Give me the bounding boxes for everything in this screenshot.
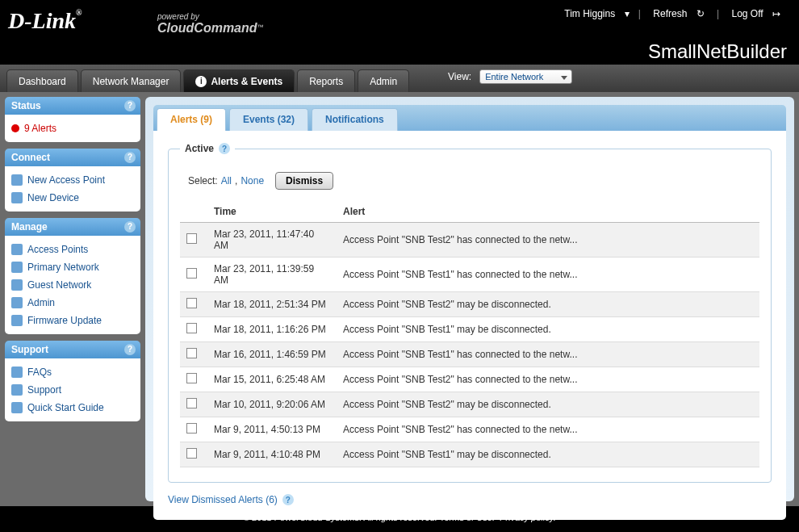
select-none-link[interactable]: None xyxy=(241,175,264,186)
help-icon[interactable]: ? xyxy=(124,344,136,355)
status-title: Status xyxy=(11,100,41,111)
view-dismissed-link[interactable]: View Dismissed Alerts (6) ? xyxy=(168,494,294,505)
table-row[interactable]: Mar 9, 2011, 4:50:13 PMAccess Point "SNB… xyxy=(180,417,759,442)
logoff-icon: ↦ xyxy=(772,8,780,19)
select-label: Select: xyxy=(188,175,218,186)
table-row[interactable]: Mar 16, 2011, 1:46:59 PMAccess Point "SN… xyxy=(180,342,759,367)
table-row[interactable]: Mar 18, 2011, 2:51:34 PMAccess Point "SN… xyxy=(180,292,759,317)
col-alert: Alert xyxy=(337,201,759,223)
user-bar: Tim Higgins ▾ | Refresh ↻ | Log Off ↦ xyxy=(561,8,787,19)
col-time: Time xyxy=(207,201,337,223)
alerts-table: Time Alert Mar 23, 2011, 11:47:40 AMAcce… xyxy=(180,201,759,467)
status-panel: Status? 9 Alerts xyxy=(5,97,140,142)
help-icon[interactable]: ? xyxy=(124,152,136,163)
refresh-icon: ↻ xyxy=(697,8,705,19)
row-alert: Access Point "SNB Test1" has connected t… xyxy=(337,258,759,292)
row-checkbox[interactable] xyxy=(186,233,197,244)
nav-tab-reports[interactable]: Reports xyxy=(297,69,355,92)
refresh-link[interactable]: Refresh ↻ xyxy=(650,8,707,19)
table-row[interactable]: Mar 9, 2011, 4:10:48 PMAccess Point "SNB… xyxy=(180,442,759,467)
row-time: Mar 16, 2011, 1:46:59 PM xyxy=(207,342,337,367)
row-checkbox[interactable] xyxy=(186,398,197,408)
table-row[interactable]: Mar 23, 2011, 11:39:59 AMAccess Point "S… xyxy=(180,258,759,292)
network-icon xyxy=(11,262,23,273)
nav-tab-admin[interactable]: Admin xyxy=(358,69,409,92)
manage-panel: Manage? Access Points Primary Network Gu… xyxy=(5,218,140,334)
info-icon: i xyxy=(195,76,207,87)
sidebar-new-device[interactable]: New Device xyxy=(8,189,137,207)
row-alert: Access Point "SNB Test2" may be disconne… xyxy=(337,292,759,317)
nav-tab-dashboard[interactable]: Dashboard xyxy=(6,69,78,92)
row-checkbox[interactable] xyxy=(186,298,197,308)
table-row[interactable]: Mar 23, 2011, 11:47:40 AMAccess Point "S… xyxy=(180,223,759,258)
sidebar-firmware-update[interactable]: Firmware Update xyxy=(8,312,137,329)
manage-title: Manage xyxy=(11,221,48,232)
help-icon[interactable]: ? xyxy=(124,221,136,232)
logoff-link[interactable]: Log Off ↦ xyxy=(729,8,784,19)
row-alert: Access Point "SNB Test2" has connected t… xyxy=(337,223,759,258)
tab-events[interactable]: Events (32) xyxy=(229,108,308,131)
sidebar-primary-network[interactable]: Primary Network xyxy=(8,258,137,276)
table-row[interactable]: Mar 18, 2011, 1:16:26 PMAccess Point "SN… xyxy=(180,317,759,342)
nav-tab-alerts-events[interactable]: iAlerts & Events xyxy=(183,69,295,92)
wifi-icon xyxy=(11,244,23,255)
row-time: Mar 9, 2011, 4:10:48 PM xyxy=(207,442,337,467)
row-checkbox[interactable] xyxy=(186,423,197,434)
row-alert: Access Point "SNB Test1" has connected t… xyxy=(337,342,759,367)
row-alert: Access Point "SNB Test2" has connected t… xyxy=(337,417,759,442)
mail-icon xyxy=(11,384,23,396)
sidebar-quick-start[interactable]: Quick Start Guide xyxy=(8,399,137,417)
table-row[interactable]: Mar 15, 2011, 6:25:48 AMAccess Point "SN… xyxy=(180,367,759,392)
sidebar-admin[interactable]: Admin xyxy=(8,294,137,312)
update-icon xyxy=(11,315,23,326)
brand-logo: D-Link® xyxy=(8,8,82,34)
nav-tab-network-manager[interactable]: Network Manager xyxy=(81,69,182,92)
gear-icon xyxy=(11,279,23,291)
content-tabs: Alerts (9) Events (32) Notifications xyxy=(153,105,786,131)
dropdown-icon[interactable]: ▾ xyxy=(625,8,630,19)
sidebar-faqs[interactable]: FAQs xyxy=(8,363,137,381)
row-checkbox[interactable] xyxy=(186,348,197,358)
help-icon[interactable]: ? xyxy=(282,494,294,505)
view-select[interactable]: Entire Network xyxy=(479,69,572,84)
dismiss-button[interactable]: Dismiss xyxy=(275,172,333,190)
row-alert: Access Point "SNB Test2" has connected t… xyxy=(337,367,759,392)
select-all-link[interactable]: All xyxy=(221,175,232,186)
main-area: Status? 9 Alerts Connect? New Access Poi… xyxy=(0,92,799,506)
sidebar-new-access-point[interactable]: New Access Point xyxy=(8,171,137,189)
support-panel: Support? FAQs Support Quick Start Guide xyxy=(5,341,140,421)
wifi-icon xyxy=(11,174,23,186)
network-title: SmallNetBuilder xyxy=(648,40,787,63)
book-icon xyxy=(11,402,23,413)
row-alert: Access Point "SNB Test2" may be disconne… xyxy=(337,392,759,417)
username-label[interactable]: Tim Higgins xyxy=(564,8,615,19)
connect-panel: Connect? New Access Point New Device xyxy=(5,149,140,212)
connect-title: Connect xyxy=(11,152,50,163)
row-checkbox[interactable] xyxy=(186,323,197,333)
main-nav: Dashboard Network Manager iAlerts & Even… xyxy=(0,65,799,92)
sidebar-guest-network[interactable]: Guest Network xyxy=(8,276,137,294)
help-icon[interactable]: ? xyxy=(219,143,230,154)
sidebar-support-link[interactable]: Support xyxy=(8,381,137,399)
tab-notifications[interactable]: Notifications xyxy=(312,108,398,131)
table-row[interactable]: Mar 10, 2011, 9:20:06 AMAccess Point "SN… xyxy=(180,392,759,417)
row-time: Mar 10, 2011, 9:20:06 AM xyxy=(207,392,337,417)
sidebar-alerts-link[interactable]: 9 Alerts xyxy=(8,119,137,137)
row-time: Mar 23, 2011, 11:39:59 AM xyxy=(207,258,337,292)
row-alert: Access Point "SNB Test1" may be disconne… xyxy=(337,442,759,467)
active-legend: Active xyxy=(185,143,214,154)
row-time: Mar 15, 2011, 6:25:48 AM xyxy=(207,367,337,392)
help-icon[interactable]: ? xyxy=(124,100,136,111)
content-panel: Alerts (9) Events (32) Notifications Act… xyxy=(145,97,794,501)
cloud-command-logo: powered by CloudCommand™ xyxy=(157,12,264,36)
row-time: Mar 18, 2011, 1:16:26 PM xyxy=(207,317,337,342)
row-time: Mar 9, 2011, 4:50:13 PM xyxy=(207,417,337,442)
row-checkbox[interactable] xyxy=(186,448,197,459)
sidebar: Status? 9 Alerts Connect? New Access Poi… xyxy=(5,97,140,501)
view-label: View: xyxy=(448,71,471,82)
row-checkbox[interactable] xyxy=(186,268,197,279)
tab-alerts[interactable]: Alerts (9) xyxy=(157,108,226,131)
sidebar-access-points[interactable]: Access Points xyxy=(8,241,137,258)
alert-dot-icon xyxy=(11,124,19,132)
row-checkbox[interactable] xyxy=(186,373,197,383)
